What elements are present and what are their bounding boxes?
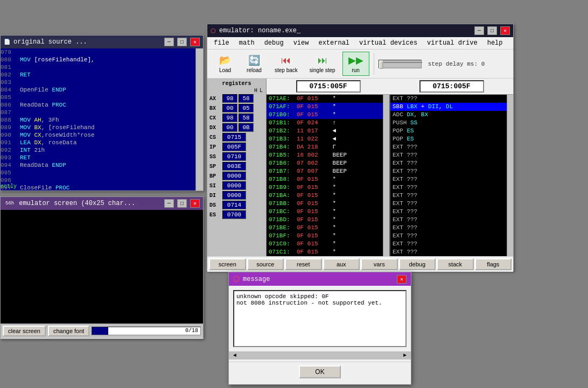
list-item: 083 xyxy=(1,79,195,86)
emu-screen-minimize-btn[interactable]: ─ xyxy=(164,199,174,208)
main-emu-close-btn[interactable]: ✕ xyxy=(500,26,510,35)
source-scrollbar[interactable] xyxy=(195,48,203,191)
screen-button[interactable]: screen xyxy=(209,258,246,270)
message-close-btn[interactable]: ✕ xyxy=(397,275,407,284)
menu-debug[interactable]: debug xyxy=(260,38,288,48)
list-item: 092INT 21h xyxy=(1,146,195,154)
main-emu-icon: ⬡ xyxy=(211,27,216,34)
left-addr-input[interactable] xyxy=(296,80,361,93)
aux-button[interactable]: aux xyxy=(323,258,360,270)
list-item: EXT ??? xyxy=(390,216,513,224)
scroll-right-arrow[interactable]: ► xyxy=(403,352,407,358)
reg-ss: SS 0710 xyxy=(209,152,264,161)
list-item: 095 xyxy=(1,169,195,177)
reg-di: DI 0000 xyxy=(209,191,264,200)
emu-screen-title: emulator screen (40x25 char... xyxy=(19,200,161,207)
source-window-title: original source ... xyxy=(13,38,161,46)
bottom-buttons: screen source reset aux vars debug stack… xyxy=(207,256,513,272)
reg-cs: CS 0715 xyxy=(209,133,264,142)
menu-math[interactable]: math xyxy=(235,38,259,48)
reg-ip: IP 005F xyxy=(209,143,264,151)
list-item: 093RET xyxy=(1,154,195,161)
emu-screen-close-btn[interactable]: ✕ xyxy=(190,199,200,208)
reload-label: reload xyxy=(247,67,262,73)
left-code-panel: 071AE:0F 015 * 071AF:0F 015 * 071B0:0F 0… xyxy=(267,95,389,256)
list-item: 071BB:0F 015 * xyxy=(267,200,389,208)
list-item: 071BE:0F 015 * xyxy=(267,224,389,232)
message-ok-area: OK xyxy=(229,362,411,382)
emu-screen-restore-btn[interactable]: □ xyxy=(177,199,187,208)
left-code-scrollbar[interactable] xyxy=(383,95,389,256)
delay-slider[interactable] xyxy=(379,60,422,68)
menu-external[interactable]: external xyxy=(314,38,354,48)
single-step-button[interactable]: ⏭ single step xyxy=(305,52,340,76)
list-item: 085 xyxy=(1,94,195,101)
reg-ds: DS 0714 xyxy=(209,201,264,209)
load-label: Load xyxy=(219,67,231,73)
source-content: 079 080MOV [roseFilehandle], 081 082RET … xyxy=(1,48,203,191)
list-item: 081 xyxy=(1,64,195,71)
list-item: 080MOV [roseFilehandle], xyxy=(1,56,195,64)
source-minimize-btn[interactable]: ─ xyxy=(164,38,174,46)
list-item: EXT ??? xyxy=(390,184,513,192)
reg-bp: BP 0000 xyxy=(209,172,264,180)
right-code-scrollbar[interactable] xyxy=(507,95,513,256)
message-dialog: ⬡ message ✕ unknown opcode skipped: 0F n… xyxy=(228,272,411,385)
source-title-bar[interactable]: 📄 original source ... ─ □ ✕ xyxy=(1,36,203,48)
right-addr-input[interactable] xyxy=(419,80,484,93)
list-item: 071B2:11 017 ◄ xyxy=(267,127,389,135)
reg-si: SI 0000 xyxy=(209,181,264,190)
progress-bar-container: 0/18 xyxy=(92,327,201,335)
list-item: 071B0:0F 015 * xyxy=(267,111,389,119)
menu-view[interactable]: view xyxy=(289,38,313,48)
toolbar-separator xyxy=(374,53,374,75)
message-title-bar[interactable]: ⬡ message ✕ xyxy=(229,272,411,286)
main-emu-title-bar[interactable]: ⬡ emulator: noname.exe_ ─ □ ✕ xyxy=(207,24,513,37)
menu-virtual-devices[interactable]: virtual devices xyxy=(355,38,422,48)
code-area: 071AE:0F 015 * 071AF:0F 015 * 071B0:0F 0… xyxy=(267,79,513,256)
list-item: EXT ??? xyxy=(390,95,513,103)
list-item: EXT ??? xyxy=(390,248,513,256)
list-item: 094ReadData ENDP xyxy=(1,161,195,169)
list-item: 089MOV BX, [roseFilehand xyxy=(1,124,195,131)
menu-help[interactable]: help xyxy=(483,38,507,48)
reload-button[interactable]: 🔄 reload xyxy=(241,52,268,76)
debug-button[interactable]: debug xyxy=(399,258,436,270)
single-step-label: single step xyxy=(310,67,335,73)
menu-virtual-drive[interactable]: virtual drive xyxy=(423,38,482,48)
list-item: 071BC:0F 015 * xyxy=(267,208,389,216)
scroll-left-arrow[interactable]: ◄ xyxy=(233,352,236,358)
emu-screen-title-bar[interactable]: 56h emulator screen (40x25 char... ─ □ ✕ xyxy=(1,197,203,210)
reg-cx: CX 98 58 xyxy=(209,114,264,122)
list-item: 086ReadData PROC xyxy=(1,101,195,109)
list-item: EXT ??? xyxy=(390,232,513,240)
main-emu-minimize-btn[interactable]: ─ xyxy=(474,26,484,35)
change-font-button[interactable]: change font xyxy=(48,326,90,336)
emu-screen-icon: 56h xyxy=(4,200,16,207)
run-button[interactable]: ▶▶ run xyxy=(342,52,369,76)
list-item: 071B1:0F 024 ↑ xyxy=(267,119,389,127)
load-button[interactable]: 📂 Load xyxy=(212,52,239,76)
reg-dx: DX 00 0B xyxy=(209,123,264,132)
source-button[interactable]: source xyxy=(247,258,284,270)
main-emu-title: emulator: noname.exe_ xyxy=(219,27,471,34)
flags-button[interactable]: flags xyxy=(475,258,512,270)
stack-button[interactable]: stack xyxy=(437,258,474,270)
main-content: registers H L AX 98 58 BX 00 05 CX 98 58 xyxy=(207,79,513,256)
clear-screen-button[interactable]: clear screen xyxy=(3,326,46,336)
left-edge xyxy=(0,0,70,35)
list-item: 071B8:0F 015 * xyxy=(267,175,389,184)
source-close-btn[interactable]: ✕ xyxy=(190,38,200,46)
reset-button[interactable]: reset xyxy=(285,258,322,270)
menu-file[interactable]: file xyxy=(209,38,234,48)
list-item: ADC DX, BX xyxy=(390,111,513,119)
list-item: POP ES xyxy=(390,127,513,135)
vars-button[interactable]: vars xyxy=(361,258,398,270)
toolbar: 📂 Load 🔄 reload ⏮ step back ⏭ single ste… xyxy=(207,50,513,79)
source-restore-btn[interactable]: □ xyxy=(177,38,187,46)
step-back-button[interactable]: ⏮ step back xyxy=(270,52,303,76)
ok-button[interactable]: OK xyxy=(299,365,340,378)
main-emu-restore-btn[interactable]: □ xyxy=(487,26,497,35)
source-window: 📄 original source ... ─ □ ✕ 079 080MOV [… xyxy=(0,35,204,191)
list-item: EXT ??? xyxy=(390,240,513,248)
